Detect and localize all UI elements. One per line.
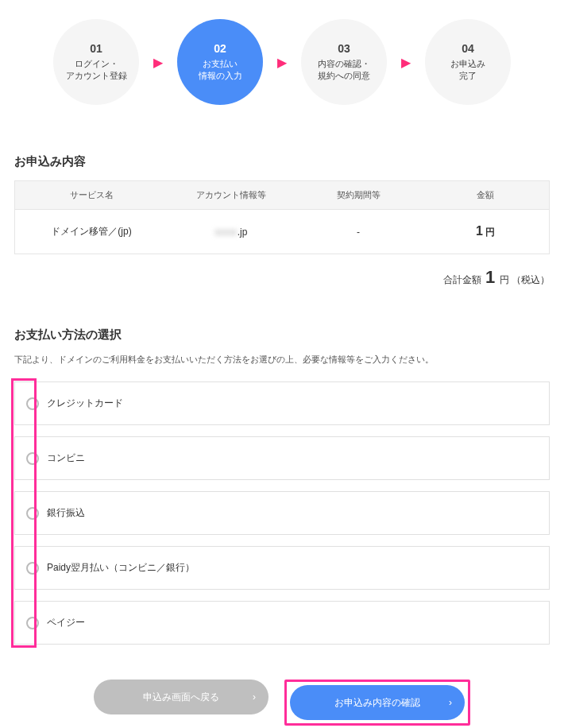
back-button-label: 申込み画面へ戻る — [143, 691, 219, 704]
footer-actions: 申込み画面へ戻る › お申込み内容の確認 › — [0, 656, 564, 728]
step-3: 03 内容の確認・規約への同意 — [301, 19, 387, 105]
step-label: お申込み完了 — [450, 58, 485, 83]
col-amount: 金額 — [422, 189, 549, 201]
step-1: 01 ログイン・アカウント登録 — [53, 19, 139, 105]
step-label: ログイン・アカウント登録 — [66, 58, 127, 83]
payment-option-payeasy[interactable]: ペイジー — [14, 601, 550, 645]
progress-stepper: 01 ログイン・アカウント登録 ▶ 02 お支払い情報の入力 ▶ 03 内容の確… — [0, 0, 564, 114]
cell-amount: 1円 — [422, 224, 549, 239]
total-label: 合計金額 — [443, 274, 481, 285]
order-table-row: ドメイン移管／(jp) xxxx.jp - 1円 — [14, 210, 550, 254]
cell-service: ドメイン移管／(jp) — [15, 225, 168, 238]
payment-section: お支払い方法の選択 下記より、ドメインのご利用料金をお支払いいただく方法をお選び… — [0, 327, 564, 366]
payment-subtext: 下記より、ドメインのご利用料金をお支払いいただく方法をお選びの上、必要な情報等を… — [14, 354, 550, 366]
payment-heading: お支払い方法の選択 — [14, 327, 550, 343]
chevron-right-icon: ▶ — [277, 55, 287, 70]
radio-icon — [26, 617, 39, 629]
step-num: 04 — [462, 42, 474, 55]
back-button[interactable]: 申込み画面へ戻る › — [94, 680, 268, 714]
cell-period: - — [295, 227, 422, 238]
order-heading: お申込み内容 — [14, 154, 550, 169]
payment-options: クレジットカード コンビニ 銀行振込 Paidy翌月払い（コンビニ／銀行） ペイ… — [0, 381, 564, 645]
col-account: アカウント情報等 — [168, 189, 295, 201]
chevron-right-icon: › — [449, 697, 452, 708]
option-label: クレジットカード — [47, 397, 123, 410]
account-masked: xxxx — [215, 227, 238, 238]
confirm-button-label: お申込み内容の確認 — [334, 696, 420, 710]
payment-option-paidy[interactable]: Paidy翌月払い（コンビニ／銀行） — [14, 546, 550, 590]
col-service: サービス名 — [15, 189, 168, 201]
payment-option-convenience-store[interactable]: コンビニ — [14, 436, 550, 480]
total-tax: （税込） — [512, 274, 550, 285]
col-period: 契約期間等 — [295, 189, 422, 201]
payment-option-credit-card[interactable]: クレジットカード — [14, 381, 550, 425]
step-label: 内容の確認・規約への同意 — [318, 58, 370, 83]
radio-icon — [26, 507, 39, 520]
radio-icon — [26, 397, 39, 410]
step-2: 02 お支払い情報の入力 — [177, 19, 263, 105]
total-value: 1 — [485, 267, 495, 287]
step-label: お支払い情報の入力 — [199, 58, 242, 83]
account-suffix: .jp — [238, 227, 248, 238]
payment-option-bank-transfer[interactable]: 銀行振込 — [14, 491, 550, 535]
amount-unit: 円 — [485, 227, 495, 238]
step-num: 02 — [214, 42, 226, 55]
order-total: 合計金額 1 円 （税込） — [14, 267, 550, 288]
chevron-right-icon: ▶ — [401, 55, 411, 70]
order-table-header: サービス名 アカウント情報等 契約期間等 金額 — [14, 180, 550, 210]
amount-value: 1 — [476, 224, 483, 238]
highlight-box-icon: お申込み内容の確認 › — [284, 680, 470, 726]
step-4: 04 お申込み完了 — [425, 19, 511, 105]
total-unit: 円 — [500, 274, 509, 285]
option-label: 銀行振込 — [47, 506, 85, 520]
chevron-right-icon: › — [253, 691, 256, 703]
cell-account: xxxx.jp — [168, 227, 295, 238]
chevron-right-icon: ▶ — [153, 55, 163, 70]
option-label: コンビニ — [47, 451, 85, 465]
confirm-button[interactable]: お申込み内容の確認 › — [290, 685, 465, 720]
option-label: Paidy翌月払い（コンビニ／銀行） — [47, 561, 195, 575]
option-label: ペイジー — [47, 616, 85, 629]
step-num: 03 — [338, 42, 350, 55]
radio-icon — [26, 562, 39, 575]
radio-icon — [26, 452, 39, 465]
step-num: 01 — [90, 42, 102, 55]
order-section: お申込み内容 サービス名 アカウント情報等 契約期間等 金額 ドメイン移管／(j… — [0, 154, 564, 288]
